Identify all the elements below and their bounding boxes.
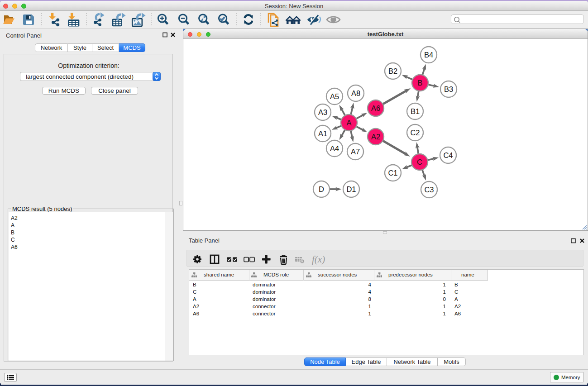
svg-text:C1: C1 — [388, 169, 397, 177]
svg-text:C: C — [417, 158, 422, 166]
svg-text:B4: B4 — [424, 51, 433, 59]
svg-text:A1: A1 — [318, 129, 327, 138]
svg-text:A7: A7 — [351, 148, 360, 156]
svg-text:B3: B3 — [444, 85, 453, 93]
svg-text:A2: A2 — [371, 133, 380, 141]
svg-text:f(x): f(x) — [312, 254, 325, 265]
svg-text:A4: A4 — [330, 144, 339, 152]
svg-text:A3: A3 — [318, 108, 327, 116]
svg-text:C2: C2 — [410, 129, 420, 137]
svg-text:A8: A8 — [351, 89, 360, 97]
svg-text:B: B — [417, 79, 422, 87]
svg-text:C3: C3 — [424, 186, 434, 194]
svg-text:A6: A6 — [371, 104, 380, 112]
svg-text:B2: B2 — [388, 67, 397, 75]
svg-text:D: D — [319, 185, 324, 193]
svg-text:D1: D1 — [346, 185, 356, 193]
svg-text:C4: C4 — [443, 151, 453, 159]
svg-text:A5: A5 — [330, 92, 339, 100]
svg-text:A: A — [346, 119, 351, 127]
svg-text:B1: B1 — [411, 107, 420, 115]
